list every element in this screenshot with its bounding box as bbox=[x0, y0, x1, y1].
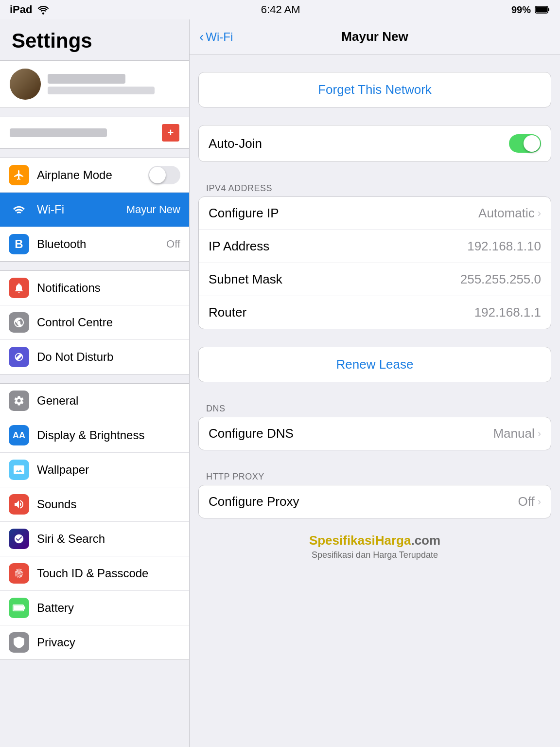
subnet-mask-value: 255.255.255.0 bbox=[460, 272, 541, 287]
battery-percent: 99% bbox=[511, 4, 531, 16]
do-not-disturb-label: Do Not Disturb bbox=[37, 350, 180, 364]
system-section: Notifications Control Centre Do Not Dist… bbox=[0, 270, 189, 374]
airplane-mode-toggle[interactable] bbox=[148, 166, 180, 184]
status-bar-right: 99% bbox=[511, 4, 550, 16]
configure-ip-value: Automatic bbox=[478, 206, 535, 221]
sidebar-item-wallpaper[interactable]: Wallpaper bbox=[0, 453, 189, 487]
svg-rect-2 bbox=[548, 8, 549, 11]
battery-icon bbox=[535, 5, 550, 14]
configure-ip-row[interactable]: Configure IP Automatic › bbox=[199, 197, 551, 230]
svg-rect-3 bbox=[536, 7, 547, 13]
http-proxy-section: HTTP PROXY Configure Proxy Off › bbox=[198, 459, 551, 518]
nav-back-label: Wi-Fi bbox=[206, 30, 233, 44]
status-bar: iPad 6:42 AM 99% bbox=[0, 0, 560, 19]
sidebar-item-wifi[interactable]: Wi-Fi Mayur New bbox=[0, 193, 189, 227]
notification-row[interactable]: + bbox=[0, 117, 189, 149]
airplane-mode-icon bbox=[9, 165, 29, 185]
bluetooth-icon: B bbox=[9, 234, 29, 254]
settings-title: Settings bbox=[0, 19, 189, 60]
right-panel: ‹ Wi-Fi Mayur New Forget This Network Au… bbox=[190, 19, 560, 747]
sidebar-item-battery[interactable]: Battery bbox=[0, 591, 189, 625]
main-layout: Settings + Airplane Mode bbox=[0, 19, 560, 747]
profile-info bbox=[48, 74, 179, 94]
sidebar: Settings + Airplane Mode bbox=[0, 19, 190, 747]
display-icon: AA bbox=[9, 425, 29, 445]
status-bar-left: iPad bbox=[10, 3, 50, 16]
forget-network-label: Forget This Network bbox=[318, 82, 432, 97]
control-centre-icon bbox=[9, 312, 29, 333]
sidebar-item-privacy[interactable]: Privacy bbox=[0, 625, 189, 659]
configure-proxy-value: Off bbox=[518, 494, 534, 509]
svg-rect-7 bbox=[14, 605, 23, 611]
ip-address-row: IP Address 192.168.1.10 bbox=[199, 230, 551, 263]
auto-join-toggle[interactable] bbox=[509, 134, 541, 153]
sidebar-item-bluetooth[interactable]: B Bluetooth Off bbox=[0, 227, 189, 261]
sidebar-item-general[interactable]: General bbox=[0, 384, 189, 418]
siri-icon bbox=[9, 529, 29, 549]
router-label: Router bbox=[209, 305, 474, 320]
siri-label: Siri & Search bbox=[37, 532, 180, 546]
wallpaper-icon bbox=[9, 460, 29, 480]
ip-address-label: IP Address bbox=[209, 239, 467, 254]
profile-sub-blur bbox=[48, 87, 155, 94]
notification-blur bbox=[10, 128, 107, 137]
sidebar-item-sounds[interactable]: Sounds bbox=[0, 487, 189, 522]
sidebar-item-airplane-mode[interactable]: Airplane Mode bbox=[0, 158, 189, 193]
auto-join-row: Auto-Join bbox=[199, 125, 551, 161]
notifications-label: Notifications bbox=[37, 281, 180, 295]
subnet-mask-row: Subnet Mask 255.255.255.0 bbox=[199, 263, 551, 296]
configure-dns-row[interactable]: Configure DNS Manual › bbox=[199, 417, 551, 450]
sidebar-item-control-centre[interactable]: Control Centre bbox=[0, 305, 189, 340]
ipv4-card: Configure IP Automatic › IP Address 192.… bbox=[198, 196, 551, 329]
configure-dns-chevron: › bbox=[538, 427, 541, 440]
sidebar-item-notifications[interactable]: Notifications bbox=[0, 271, 189, 305]
battery-label: Battery bbox=[37, 601, 180, 615]
http-proxy-card: Configure Proxy Off › bbox=[198, 485, 551, 518]
touchid-label: Touch ID & Passcode bbox=[37, 567, 180, 580]
dns-section: DNS Configure DNS Manual › bbox=[198, 391, 551, 450]
ipv4-section: IPV4 ADDRESS Configure IP Automatic › IP… bbox=[198, 171, 551, 329]
back-chevron-icon: ‹ bbox=[199, 29, 204, 45]
ip-address-value: 192.168.1.10 bbox=[467, 239, 541, 254]
dns-header: DNS bbox=[198, 400, 551, 417]
sidebar-item-siri[interactable]: Siri & Search bbox=[0, 522, 189, 556]
watermark: SpesifikasiHarga.com Spesifikasi dan Har… bbox=[190, 518, 560, 570]
auto-join-section: Auto-Join bbox=[198, 116, 551, 162]
wifi-icon bbox=[9, 199, 29, 220]
sidebar-item-touchid[interactable]: Touch ID & Passcode bbox=[0, 556, 189, 591]
ipad-label: iPad bbox=[10, 3, 32, 16]
configure-dns-label: Configure DNS bbox=[209, 426, 493, 441]
avatar-image bbox=[10, 69, 41, 100]
watermark-brand: SpesifikasiHarga.com bbox=[190, 533, 560, 548]
nav-title: Mayur New bbox=[341, 29, 408, 44]
touchid-icon bbox=[9, 563, 29, 584]
nav-back-button[interactable]: ‹ Wi-Fi bbox=[199, 29, 233, 45]
privacy-label: Privacy bbox=[37, 636, 180, 649]
watermark-domain: .com bbox=[411, 533, 440, 548]
configure-ip-chevron: › bbox=[538, 207, 541, 220]
svg-rect-6 bbox=[24, 606, 25, 609]
ipv4-header: IPV4 ADDRESS bbox=[198, 179, 551, 196]
sounds-label: Sounds bbox=[37, 498, 180, 511]
svg-point-0 bbox=[42, 12, 44, 14]
watermark-tagline: Spesifikasi dan Harga Terupdate bbox=[190, 550, 560, 560]
auto-join-card: Auto-Join bbox=[198, 125, 551, 162]
router-value: 192.168.1.1 bbox=[474, 305, 541, 320]
sounds-icon bbox=[9, 494, 29, 515]
renew-lease-row[interactable]: Renew Lease bbox=[199, 347, 551, 382]
sidebar-item-display[interactable]: AA Display & Brightness bbox=[0, 418, 189, 453]
wifi-value: Mayur New bbox=[126, 203, 180, 216]
forget-network-row[interactable]: Forget This Network bbox=[199, 72, 551, 107]
wallpaper-label: Wallpaper bbox=[37, 463, 180, 477]
configure-proxy-row[interactable]: Configure Proxy Off › bbox=[199, 485, 551, 518]
avatar bbox=[10, 69, 41, 100]
renew-lease-section: Renew Lease bbox=[198, 338, 551, 382]
airplane-mode-label: Airplane Mode bbox=[37, 168, 140, 182]
forget-network-card: Forget This Network bbox=[198, 72, 551, 107]
subnet-mask-label: Subnet Mask bbox=[209, 272, 460, 287]
profile-section[interactable] bbox=[0, 60, 189, 108]
control-centre-label: Control Centre bbox=[37, 316, 180, 329]
configure-dns-value: Manual bbox=[493, 426, 534, 441]
sidebar-item-do-not-disturb[interactable]: Do Not Disturb bbox=[0, 340, 189, 374]
connectivity-section: Airplane Mode Wi-Fi Mayur New B Bluetoot… bbox=[0, 158, 189, 262]
